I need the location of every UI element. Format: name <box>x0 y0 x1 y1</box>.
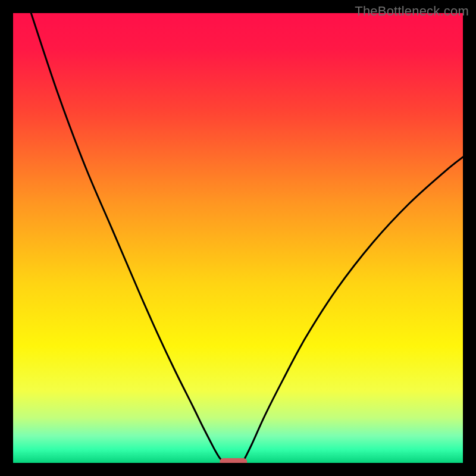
bottom-marker <box>220 458 247 463</box>
left-curve <box>31 13 224 463</box>
right-curve <box>243 157 463 463</box>
chart-frame: TheBottleneck.com <box>0 0 476 476</box>
plot-area <box>13 13 463 463</box>
watermark-text: TheBottleneck.com <box>355 4 469 19</box>
curves-layer <box>13 13 463 463</box>
